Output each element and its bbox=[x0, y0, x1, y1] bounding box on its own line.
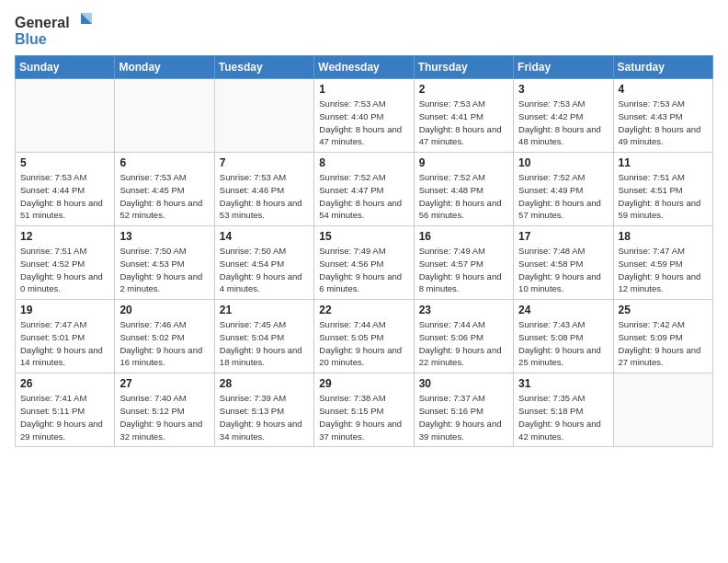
calendar-cell: 19Sunrise: 7:47 AM Sunset: 5:01 PM Dayli… bbox=[16, 300, 115, 373]
day-number: 3 bbox=[518, 83, 608, 96]
day-number: 10 bbox=[518, 156, 608, 169]
day-info: Sunrise: 7:53 AM Sunset: 4:42 PM Dayligh… bbox=[518, 98, 608, 148]
day-info: Sunrise: 7:53 AM Sunset: 4:40 PM Dayligh… bbox=[319, 98, 408, 148]
calendar-cell: 8Sunrise: 7:52 AM Sunset: 4:47 PM Daylig… bbox=[314, 153, 414, 226]
day-info: Sunrise: 7:41 AM Sunset: 5:11 PM Dayligh… bbox=[20, 392, 109, 442]
day-info: Sunrise: 7:44 AM Sunset: 5:06 PM Dayligh… bbox=[419, 318, 508, 369]
weekday-header-row: SundayMondayTuesdayWednesdayThursdayFrid… bbox=[16, 56, 713, 79]
day-number: 6 bbox=[119, 156, 209, 169]
logo-svg: GeneralBlue bbox=[15, 11, 97, 48]
day-number: 19 bbox=[20, 304, 109, 316]
day-number: 7 bbox=[220, 156, 309, 169]
day-info: Sunrise: 7:52 AM Sunset: 4:47 PM Dayligh… bbox=[319, 171, 408, 222]
day-number: 5 bbox=[20, 156, 109, 169]
day-number: 24 bbox=[518, 304, 608, 316]
day-info: Sunrise: 7:47 AM Sunset: 5:01 PM Dayligh… bbox=[20, 318, 109, 369]
weekday-sunday: Sunday bbox=[16, 56, 115, 79]
calendar-cell: 12Sunrise: 7:51 AM Sunset: 4:52 PM Dayli… bbox=[16, 226, 115, 300]
day-number: 26 bbox=[20, 377, 109, 390]
day-info: Sunrise: 7:51 AM Sunset: 4:51 PM Dayligh… bbox=[619, 171, 708, 222]
day-info: Sunrise: 7:46 AM Sunset: 5:02 PM Dayligh… bbox=[119, 318, 209, 369]
weekday-thursday: Thursday bbox=[414, 56, 513, 79]
calendar-cell: 3Sunrise: 7:53 AM Sunset: 4:42 PM Daylig… bbox=[514, 79, 613, 153]
day-info: Sunrise: 7:52 AM Sunset: 4:49 PM Dayligh… bbox=[518, 171, 608, 222]
calendar-cell: 27Sunrise: 7:40 AM Sunset: 5:12 PM Dayli… bbox=[115, 373, 214, 447]
logo: GeneralBlue bbox=[15, 11, 97, 48]
day-number: 2 bbox=[419, 83, 508, 96]
day-number: 16 bbox=[419, 230, 508, 243]
day-info: Sunrise: 7:53 AM Sunset: 4:43 PM Dayligh… bbox=[619, 98, 708, 148]
calendar-cell: 11Sunrise: 7:51 AM Sunset: 4:51 PM Dayli… bbox=[613, 153, 712, 226]
day-info: Sunrise: 7:53 AM Sunset: 4:44 PM Dayligh… bbox=[20, 171, 109, 222]
day-number: 17 bbox=[518, 230, 608, 243]
day-info: Sunrise: 7:40 AM Sunset: 5:12 PM Dayligh… bbox=[119, 392, 209, 442]
day-number: 20 bbox=[119, 304, 209, 316]
calendar-cell: 24Sunrise: 7:43 AM Sunset: 5:08 PM Dayli… bbox=[514, 300, 613, 373]
day-info: Sunrise: 7:39 AM Sunset: 5:13 PM Dayligh… bbox=[220, 392, 309, 442]
day-info: Sunrise: 7:42 AM Sunset: 5:09 PM Dayligh… bbox=[619, 318, 708, 369]
calendar-cell: 20Sunrise: 7:46 AM Sunset: 5:02 PM Dayli… bbox=[115, 300, 214, 373]
calendar-cell: 26Sunrise: 7:41 AM Sunset: 5:11 PM Dayli… bbox=[16, 373, 115, 447]
calendar-cell bbox=[16, 79, 115, 153]
day-info: Sunrise: 7:50 AM Sunset: 4:54 PM Dayligh… bbox=[220, 245, 309, 295]
day-info: Sunrise: 7:49 AM Sunset: 4:56 PM Dayligh… bbox=[319, 245, 408, 295]
calendar-cell: 15Sunrise: 7:49 AM Sunset: 4:56 PM Dayli… bbox=[314, 226, 414, 300]
calendar-cell: 22Sunrise: 7:44 AM Sunset: 5:05 PM Dayli… bbox=[314, 300, 414, 373]
day-info: Sunrise: 7:44 AM Sunset: 5:05 PM Dayligh… bbox=[319, 318, 408, 369]
day-number: 27 bbox=[119, 377, 209, 390]
day-number: 11 bbox=[619, 156, 708, 169]
calendar-cell bbox=[613, 373, 712, 447]
day-number: 29 bbox=[319, 377, 408, 390]
day-info: Sunrise: 7:37 AM Sunset: 5:16 PM Dayligh… bbox=[419, 392, 508, 442]
week-row-3: 19Sunrise: 7:47 AM Sunset: 5:01 PM Dayli… bbox=[16, 300, 713, 373]
calendar-cell: 9Sunrise: 7:52 AM Sunset: 4:48 PM Daylig… bbox=[414, 153, 513, 226]
day-info: Sunrise: 7:48 AM Sunset: 4:58 PM Dayligh… bbox=[518, 245, 608, 295]
week-row-0: 1Sunrise: 7:53 AM Sunset: 4:40 PM Daylig… bbox=[16, 79, 713, 153]
calendar-cell: 14Sunrise: 7:50 AM Sunset: 4:54 PM Dayli… bbox=[214, 226, 313, 300]
day-number: 25 bbox=[619, 304, 708, 316]
day-info: Sunrise: 7:51 AM Sunset: 4:52 PM Dayligh… bbox=[20, 245, 109, 295]
week-row-1: 5Sunrise: 7:53 AM Sunset: 4:44 PM Daylig… bbox=[16, 153, 713, 226]
calendar-cell: 4Sunrise: 7:53 AM Sunset: 4:43 PM Daylig… bbox=[613, 79, 712, 153]
weekday-saturday: Saturday bbox=[613, 56, 712, 79]
day-number: 31 bbox=[518, 377, 608, 390]
day-number: 18 bbox=[619, 230, 708, 243]
day-number: 28 bbox=[220, 377, 309, 390]
calendar-cell: 5Sunrise: 7:53 AM Sunset: 4:44 PM Daylig… bbox=[16, 153, 115, 226]
calendar-cell: 10Sunrise: 7:52 AM Sunset: 4:49 PM Dayli… bbox=[514, 153, 613, 226]
day-info: Sunrise: 7:38 AM Sunset: 5:15 PM Dayligh… bbox=[319, 392, 408, 442]
calendar-cell: 6Sunrise: 7:53 AM Sunset: 4:45 PM Daylig… bbox=[115, 153, 214, 226]
calendar-cell: 23Sunrise: 7:44 AM Sunset: 5:06 PM Dayli… bbox=[414, 300, 513, 373]
day-number: 8 bbox=[319, 156, 408, 169]
day-info: Sunrise: 7:53 AM Sunset: 4:46 PM Dayligh… bbox=[220, 171, 309, 222]
day-info: Sunrise: 7:50 AM Sunset: 4:53 PM Dayligh… bbox=[119, 245, 209, 295]
day-number: 15 bbox=[319, 230, 408, 243]
weekday-tuesday: Tuesday bbox=[214, 56, 313, 79]
calendar-cell: 18Sunrise: 7:47 AM Sunset: 4:59 PM Dayli… bbox=[613, 226, 712, 300]
calendar-cell: 30Sunrise: 7:37 AM Sunset: 5:16 PM Dayli… bbox=[414, 373, 513, 447]
header: GeneralBlue bbox=[15, 11, 713, 48]
week-row-4: 26Sunrise: 7:41 AM Sunset: 5:11 PM Dayli… bbox=[16, 373, 713, 447]
day-number: 30 bbox=[419, 377, 508, 390]
day-info: Sunrise: 7:53 AM Sunset: 4:45 PM Dayligh… bbox=[119, 171, 209, 222]
main-container: GeneralBlue SundayMondayTuesdayWednesday… bbox=[0, 0, 728, 563]
calendar-cell bbox=[214, 79, 313, 153]
calendar-cell: 7Sunrise: 7:53 AM Sunset: 4:46 PM Daylig… bbox=[214, 153, 313, 226]
day-number: 22 bbox=[319, 304, 408, 316]
day-info: Sunrise: 7:49 AM Sunset: 4:57 PM Dayligh… bbox=[419, 245, 508, 295]
day-info: Sunrise: 7:52 AM Sunset: 4:48 PM Dayligh… bbox=[419, 171, 508, 222]
svg-text:General: General bbox=[15, 15, 70, 30]
calendar-cell bbox=[115, 79, 214, 153]
week-row-2: 12Sunrise: 7:51 AM Sunset: 4:52 PM Dayli… bbox=[16, 226, 713, 300]
weekday-friday: Friday bbox=[514, 56, 613, 79]
day-number: 13 bbox=[119, 230, 209, 243]
day-number: 14 bbox=[220, 230, 309, 243]
calendar-cell: 13Sunrise: 7:50 AM Sunset: 4:53 PM Dayli… bbox=[115, 226, 214, 300]
calendar-cell: 25Sunrise: 7:42 AM Sunset: 5:09 PM Dayli… bbox=[613, 300, 712, 373]
day-info: Sunrise: 7:53 AM Sunset: 4:41 PM Dayligh… bbox=[419, 98, 508, 148]
day-number: 12 bbox=[20, 230, 109, 243]
calendar-cell: 1Sunrise: 7:53 AM Sunset: 4:40 PM Daylig… bbox=[314, 79, 414, 153]
weekday-wednesday: Wednesday bbox=[314, 56, 414, 79]
day-number: 4 bbox=[619, 83, 708, 96]
day-info: Sunrise: 7:43 AM Sunset: 5:08 PM Dayligh… bbox=[518, 318, 608, 369]
